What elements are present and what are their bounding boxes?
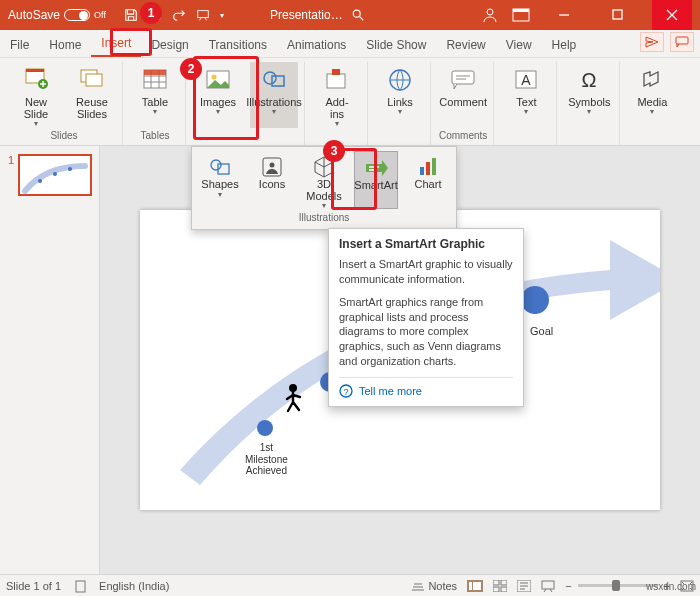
svg-rect-45 <box>473 582 481 590</box>
ribbon-tabs: File Home Insert Design Transitions Anim… <box>0 30 700 58</box>
svg-point-34 <box>38 179 42 183</box>
toggle-off-icon <box>64 9 90 21</box>
svg-point-2 <box>487 9 493 15</box>
tab-help[interactable]: Help <box>542 32 587 57</box>
images-icon <box>204 66 232 94</box>
account-icon[interactable] <box>482 7 498 23</box>
language-status[interactable]: English (India) <box>99 580 169 592</box>
status-bar: Slide 1 of 1 English (India) Notes − + <box>0 574 700 596</box>
reuse-slides-button[interactable]: Reuse Slides <box>68 62 116 128</box>
symbols-button[interactable]: Ω Symbols ▾ <box>565 62 613 128</box>
svg-rect-13 <box>144 70 166 75</box>
tell-me-more-link[interactable]: ? Tell me more <box>339 377 513 398</box>
tab-design[interactable]: Design <box>141 32 198 57</box>
chevron-down-icon: ▾ <box>587 108 591 117</box>
3d-models-button[interactable]: 3D Models ▾ <box>302 151 346 209</box>
links-button[interactable]: Links ▾ <box>376 62 424 128</box>
spellcheck-icon[interactable] <box>75 579 89 593</box>
chevron-down-icon: ▾ <box>216 108 220 117</box>
comments-group-label: Comments <box>439 128 487 145</box>
notes-button[interactable]: Notes <box>411 580 457 592</box>
svg-text:A: A <box>522 72 532 88</box>
svg-point-35 <box>53 172 57 176</box>
tab-view[interactable]: View <box>496 32 542 57</box>
chevron-down-icon: ▾ <box>322 202 326 210</box>
slideshow-view-icon[interactable] <box>541 580 555 592</box>
tab-insert[interactable]: Insert <box>91 30 141 57</box>
table-button[interactable]: Table ▾ <box>131 62 179 128</box>
svg-point-15 <box>212 75 217 80</box>
tab-slideshow[interactable]: Slide Show <box>356 32 436 57</box>
ribbon-insert: New Slide ▾ Reuse Slides Slides Table ▾ … <box>0 58 700 146</box>
text-button[interactable]: A Text ▾ <box>502 62 550 128</box>
svg-rect-30 <box>426 162 430 175</box>
smartart-tooltip: Insert a SmartArt Graphic Insert a Smart… <box>328 228 524 407</box>
slide-thumbnails-pane[interactable]: 1 <box>0 146 100 574</box>
thumbnail-number: 1 <box>8 154 14 196</box>
images-button[interactable]: Images ▾ <box>194 62 242 128</box>
svg-point-1 <box>353 10 360 17</box>
sorter-view-icon[interactable] <box>493 580 507 592</box>
addins-button[interactable]: Add- ins ▾ <box>313 62 361 128</box>
new-slide-button[interactable]: New Slide ▾ <box>12 62 60 128</box>
milestone-text: 1st Milestone Achieved <box>245 442 288 477</box>
chevron-down-icon: ▾ <box>650 108 654 117</box>
chart-icon <box>416 155 440 179</box>
table-icon <box>141 66 169 94</box>
svg-text:?: ? <box>343 386 348 396</box>
smartart-icon <box>364 156 388 180</box>
svg-rect-17 <box>272 76 284 86</box>
search-icon[interactable] <box>351 8 365 22</box>
svg-rect-4 <box>513 9 529 12</box>
tab-transitions[interactable]: Transitions <box>199 32 277 57</box>
comment-button[interactable]: Comment <box>439 62 487 128</box>
smartart-button[interactable]: SmartArt <box>354 151 398 209</box>
qat-more-icon[interactable]: ▾ <box>220 11 224 20</box>
text-icon: A <box>512 66 540 94</box>
normal-view-icon[interactable] <box>467 580 483 592</box>
undo-icon[interactable] <box>148 8 162 22</box>
illustrations-gallery-label: Illustrations <box>198 209 450 225</box>
zoom-out-icon[interactable]: − <box>565 580 571 592</box>
close-button[interactable] <box>652 0 692 30</box>
watermark: wsxdn.com <box>646 581 696 592</box>
new-slide-label: New Slide <box>24 96 48 120</box>
tab-file[interactable]: File <box>0 32 39 57</box>
tab-home[interactable]: Home <box>39 32 91 57</box>
icons-icon <box>260 155 284 179</box>
save-icon[interactable] <box>124 8 138 22</box>
tab-animations[interactable]: Animations <box>277 32 356 57</box>
thumbnail-1[interactable]: 1 <box>8 154 99 196</box>
illustrations-button[interactable]: Illustrations ▾ <box>250 62 298 128</box>
ribbon-mode-icon[interactable] <box>512 8 530 22</box>
svg-rect-47 <box>501 580 507 585</box>
3d-models-icon <box>312 155 336 179</box>
comment-label: Comment <box>439 96 487 108</box>
media-icon <box>638 66 666 94</box>
share-button[interactable] <box>640 32 664 52</box>
svg-rect-0 <box>198 11 209 18</box>
new-slide-icon <box>22 66 50 94</box>
chart-button[interactable]: Chart <box>406 151 450 209</box>
symbols-icon: Ω <box>575 66 603 94</box>
comments-pane-button[interactable] <box>670 32 694 52</box>
reading-view-icon[interactable] <box>517 580 531 592</box>
slideshow-qat-icon[interactable] <box>196 8 210 22</box>
shapes-icon <box>208 155 232 179</box>
maximize-button[interactable] <box>598 0 638 30</box>
autosave-toggle[interactable]: AutoSave Off <box>8 8 106 22</box>
title-bar: AutoSave Off ▾ Presentatio… <box>0 0 700 30</box>
media-button[interactable]: Media ▾ <box>628 62 676 128</box>
zoom-thumb[interactable] <box>612 580 620 591</box>
tab-review[interactable]: Review <box>436 32 495 57</box>
icons-button[interactable]: Icons <box>250 151 294 209</box>
svg-rect-18 <box>327 74 345 88</box>
svg-point-37 <box>257 420 273 436</box>
chevron-down-icon: ▾ <box>398 108 402 117</box>
chevron-down-icon: ▾ <box>218 191 222 199</box>
svg-rect-44 <box>469 582 472 590</box>
minimize-button[interactable] <box>544 0 584 30</box>
comment-icon <box>449 66 477 94</box>
shapes-button[interactable]: Shapes ▾ <box>198 151 242 209</box>
redo-icon[interactable] <box>172 8 186 22</box>
